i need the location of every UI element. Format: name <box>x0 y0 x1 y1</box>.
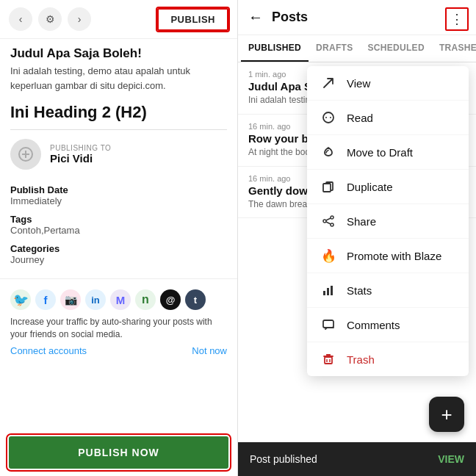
svg-rect-16 <box>325 357 332 364</box>
menu-item-stats[interactable]: Stats <box>307 273 469 308</box>
publishing-info: PUBLISHING TO Pici Vidi <box>50 144 111 165</box>
menu-duplicate-label: Duplicate <box>347 181 393 193</box>
facebook-icon: f <box>35 289 56 310</box>
settings-btn[interactable]: ⚙ <box>38 7 62 31</box>
publish-date-value: Immediately <box>10 195 227 206</box>
nav-icons: ‹ ⚙ › <box>9 7 91 31</box>
post-heading-preview: Ini Heading 2 (H2) <box>0 98 237 129</box>
menu-item-read[interactable]: Read <box>307 101 469 135</box>
tags-value: Contoh,Pertama <box>10 225 227 236</box>
snackbar-text: Post published <box>250 453 317 465</box>
menu-read-label: Read <box>347 112 373 124</box>
tabs-row: PUBLISHED DRAFTS SCHEDULED TRASHED <box>238 35 476 62</box>
site-icon <box>10 139 41 170</box>
svg-point-7 <box>331 216 333 219</box>
move-to-draft-icon <box>320 144 336 160</box>
menu-stats-label: Stats <box>347 284 372 297</box>
back-button[interactable]: ← <box>248 9 263 26</box>
connect-accounts-link[interactable]: Connect accounts <box>10 345 87 356</box>
menu-item-comments[interactable]: Comments <box>307 308 469 342</box>
menu-move-draft-label: Move to Draft <box>347 146 413 159</box>
left-top-bar: ‹ ⚙ › PUBLISH <box>0 0 237 39</box>
meta-section: Publish Date Immediately Tags Contoh,Per… <box>0 178 237 278</box>
menu-item-share[interactable]: Share <box>307 204 469 239</box>
twitter-icon: 🐦 <box>10 289 31 310</box>
publishing-section: PUBLISHING TO Pici Vidi <box>0 130 237 178</box>
social-section: 🐦 f 📷 in M n @ <box>0 278 237 362</box>
svg-point-9 <box>331 223 333 226</box>
menu-item-duplicate[interactable]: Duplicate <box>307 170 469 204</box>
three-dot-menu-button[interactable]: ⋮ <box>445 7 469 31</box>
forward-nav-btn[interactable]: › <box>68 7 91 31</box>
svg-point-5 <box>330 117 331 118</box>
mastodon-icon: M <box>110 289 131 310</box>
svg-rect-12 <box>323 291 325 295</box>
trash-icon <box>320 351 336 367</box>
instagram-icon: 📷 <box>60 289 81 310</box>
duplicate-icon <box>320 178 336 195</box>
tab-drafts[interactable]: DRAFTS <box>309 35 360 62</box>
post-excerpt-preview: Ini adalah testing, demo atau apalah unt… <box>0 64 237 98</box>
categories-value: Journey <box>10 254 227 265</box>
right-header: ← Posts 🔍 <box>238 0 476 35</box>
publish-now-area: PUBLISH NOW <box>0 429 237 476</box>
menu-share-label: Share <box>347 215 376 228</box>
left-panel: ‹ ⚙ › PUBLISH Judul Apa Saja Boleh! Ini … <box>0 0 238 476</box>
share-icon <box>320 213 336 229</box>
menu-view-label: View <box>347 77 370 90</box>
svg-rect-13 <box>327 288 329 295</box>
publish-now-button[interactable]: PUBLISH NOW <box>9 436 228 469</box>
svg-point-4 <box>325 117 327 118</box>
threads-icon: @ <box>160 289 181 310</box>
tumblr-icon: t <box>185 289 206 310</box>
menu-item-blaze[interactable]: 🔥 Promote with Blaze <box>307 239 469 273</box>
publish-button[interactable]: PUBLISH <box>157 8 228 31</box>
medium-icon: n <box>135 289 156 310</box>
tab-published[interactable]: PUBLISHED <box>241 35 309 62</box>
social-links-row: Connect accounts Not now <box>10 341 227 356</box>
snackbar: Post published VIEW <box>238 442 476 476</box>
page-title: Posts <box>272 10 441 25</box>
menu-blaze-label: Promote with Blaze <box>347 250 441 262</box>
svg-rect-14 <box>331 286 333 295</box>
forward-nav-icon: › <box>78 13 82 25</box>
svg-rect-6 <box>323 184 331 192</box>
linkedin-icon: in <box>85 289 106 310</box>
read-icon <box>320 109 336 126</box>
svg-line-10 <box>326 218 331 220</box>
publish-date-label: Publish Date <box>10 184 227 195</box>
menu-trash-label: Trash <box>347 353 375 366</box>
tab-scheduled[interactable]: SCHEDULED <box>361 35 432 62</box>
social-icons-row: 🐦 f 📷 in M n @ <box>10 285 227 316</box>
menu-comments-label: Comments <box>347 319 400 331</box>
post-title-preview: Judul Apa Saja Boleh! <box>0 39 237 64</box>
right-panel: ← Posts 🔍 PUBLISHED DRAFTS SCHEDULED TRA… <box>238 0 476 476</box>
blaze-icon: 🔥 <box>320 248 336 264</box>
settings-icon: ⚙ <box>46 13 55 25</box>
snackbar-action-view[interactable]: VIEW <box>438 453 464 465</box>
publishing-site-name: Pici Vidi <box>50 152 111 165</box>
svg-line-11 <box>326 222 331 224</box>
social-promo-text: Increase your traffic by auto-sharing yo… <box>10 316 227 341</box>
menu-item-view[interactable]: View <box>307 66 469 101</box>
stats-icon <box>320 282 336 298</box>
categories-row: Categories Journey <box>10 243 227 265</box>
categories-label: Categories <box>10 243 227 254</box>
menu-item-trash[interactable]: Trash <box>307 342 469 376</box>
tags-label: Tags <box>10 214 227 225</box>
back-nav-icon: ‹ <box>19 13 23 25</box>
fab-button[interactable]: + <box>429 397 464 432</box>
context-menu: View Read Move to Draft <box>307 66 469 376</box>
svg-point-3 <box>323 112 333 123</box>
publishing-to-label: PUBLISHING TO <box>50 144 111 152</box>
tab-trashed[interactable]: TRASHED <box>432 35 476 62</box>
tags-row: Tags Contoh,Pertama <box>10 214 227 236</box>
svg-point-8 <box>323 220 326 223</box>
back-nav-btn[interactable]: ‹ <box>9 7 32 31</box>
not-now-link[interactable]: Not now <box>192 345 227 356</box>
view-icon <box>320 75 336 91</box>
menu-item-move-to-draft[interactable]: Move to Draft <box>307 135 469 170</box>
comments-icon <box>320 317 336 333</box>
publish-date-row: Publish Date Immediately <box>10 184 227 206</box>
svg-rect-15 <box>323 320 333 328</box>
